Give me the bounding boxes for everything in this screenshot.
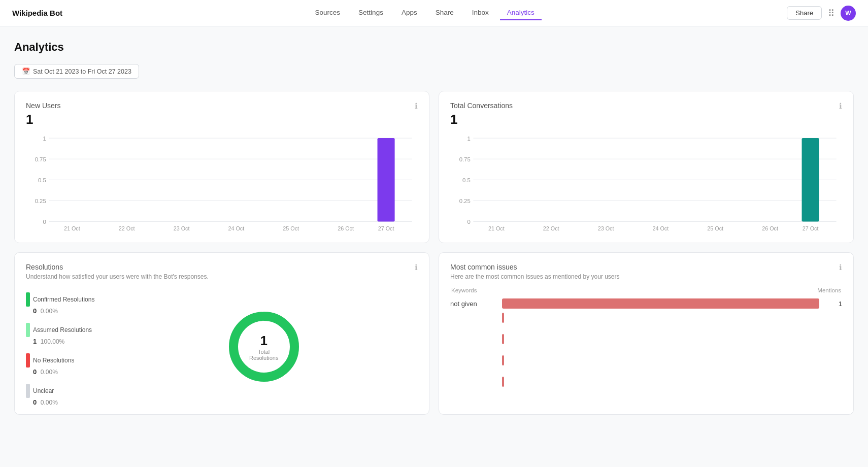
issue-stub-bar-wrap-2 [502, 334, 826, 344]
nav-inbox[interactable]: Inbox [465, 6, 496, 20]
confirmed-val: 0 0.00% [33, 307, 94, 315]
no-res-val: 0 0.00% [33, 368, 94, 376]
unclear-dot [26, 384, 30, 398]
topnav: Wikipedia Bot Sources Settings Apps Shar… [0, 0, 868, 26]
donut-chart: 1 Total Resolutions [223, 306, 305, 387]
new-users-title: New Users [26, 102, 60, 110]
nav-sources[interactable]: Sources [308, 6, 348, 20]
res-title: Resolutions [26, 263, 63, 271]
issue-stub-bar-1 [502, 313, 504, 323]
issue-stub-bar-2 [502, 334, 504, 344]
svg-text:22 Oct: 22 Oct [543, 225, 559, 231]
resolutions-card: Resolutions ℹ Understand how satisfied y… [14, 252, 429, 415]
svg-text:0.25: 0.25 [35, 198, 46, 204]
new-users-chart: 1 0.75 0.5 0.25 0 21 Oct 22 Oct 23 Oct 2… [26, 132, 418, 234]
res-legend: Confirmed Resolutions 0 0.00% Assumed Re… [26, 292, 94, 406]
svg-text:22 Oct: 22 Oct [119, 225, 135, 231]
issue-stub-bar-3 [502, 355, 504, 365]
unclear-label: Unclear [33, 387, 54, 394]
svg-text:0.75: 0.75 [459, 156, 471, 162]
svg-text:24 Oct: 24 Oct [653, 225, 669, 231]
svg-text:21 Oct: 21 Oct [488, 225, 505, 231]
assumed-label: Assumed Resolutions [33, 326, 92, 333]
avatar[interactable]: W [841, 6, 856, 21]
issue-row-0: not given 1 [450, 298, 842, 309]
issue-stub-bar-wrap-4 [502, 377, 826, 387]
svg-text:0: 0 [43, 219, 46, 225]
donut-label: 1 Total Resolutions [244, 333, 284, 361]
legend-unclear: Unclear 0 0.00% [26, 384, 94, 406]
nav-links: Sources Settings Apps Share Inbox Analyt… [308, 6, 542, 20]
legend-assumed: Assumed Resolutions 1 100.00% [26, 323, 94, 345]
total-conv-chart: 1 0.75 0.5 0.25 0 21 Oct 22 Oct 23 Oct 2… [450, 132, 842, 234]
issues-table: Keywords Mentions not given 1 [450, 287, 842, 391]
issues-table-header: Keywords Mentions [450, 287, 842, 293]
issue-stub-bar-wrap-3 [502, 355, 826, 365]
total-conv-title: Total Conversations [450, 102, 513, 110]
res-header: Resolutions ℹ [26, 263, 418, 272]
issue-keyword-0: not given [450, 300, 496, 308]
cards-grid: New Users ℹ 1 1 0.75 0.5 0.25 0 [14, 91, 854, 415]
donut-number: 1 [244, 333, 284, 349]
assumed-dot [26, 323, 30, 337]
svg-text:27 Oct: 27 Oct [803, 225, 819, 231]
no-res-label: No Resolutions [33, 357, 74, 364]
res-body: Confirmed Resolutions 0 0.00% Assumed Re… [26, 287, 418, 406]
svg-text:0.5: 0.5 [462, 177, 471, 183]
res-subtitle: Understand how satisfied your users were… [26, 273, 418, 280]
issue-stub-row-2 [450, 334, 842, 344]
stub-rows [450, 313, 842, 391]
issue-bar-0 [502, 298, 819, 309]
new-users-header: New Users ℹ [26, 102, 418, 111]
svg-text:25 Oct: 25 Oct [283, 225, 299, 231]
total-conversations-card: Total Conversations ℹ 1 1 0.75 0.5 0.25 [439, 91, 854, 243]
mentions-header: Mentions [817, 287, 841, 293]
issue-count-0: 1 [832, 300, 842, 308]
svg-text:21 Oct: 21 Oct [64, 225, 80, 231]
issues-subtitle: Here are the most common issues as menti… [450, 273, 842, 280]
new-users-info-icon[interactable]: ℹ [415, 102, 418, 111]
issues-header: Most common issues ℹ [450, 263, 842, 272]
donut-sublabel: Total Resolutions [244, 349, 284, 361]
svg-text:0.25: 0.25 [459, 198, 471, 204]
nav-settings[interactable]: Settings [351, 6, 390, 20]
nav-analytics[interactable]: Analytics [500, 6, 542, 20]
issue-stub-row-3 [450, 355, 842, 365]
confirmed-dot [26, 292, 30, 307]
share-button[interactable]: Share [787, 6, 822, 20]
brand-name: Wikipedia Bot [12, 9, 62, 17]
svg-rect-28 [802, 138, 819, 221]
keywords-header: Keywords [451, 287, 477, 293]
new-users-card: New Users ℹ 1 1 0.75 0.5 0.25 0 [14, 91, 429, 243]
total-conv-info-icon[interactable]: ℹ [839, 102, 842, 111]
svg-text:27 Oct: 27 Oct [378, 225, 394, 231]
svg-text:23 Oct: 23 Oct [174, 225, 190, 231]
legend-no-res: No Resolutions 0 0.00% [26, 353, 94, 376]
total-conv-header: Total Conversations ℹ [450, 102, 842, 111]
donut-wrap: 1 Total Resolutions [110, 306, 418, 387]
apps-icon[interactable]: ⠿ [828, 8, 834, 19]
issues-info-icon[interactable]: ℹ [839, 263, 842, 272]
nav-right: Share ⠿ W [787, 6, 856, 21]
nav-share[interactable]: Share [428, 6, 461, 20]
total-conv-svg: 1 0.75 0.5 0.25 0 21 Oct 22 Oct 23 Oct 2… [450, 132, 842, 234]
svg-text:24 Oct: 24 Oct [228, 225, 245, 231]
new-users-svg: 1 0.75 0.5 0.25 0 21 Oct 22 Oct 23 Oct 2… [26, 132, 418, 234]
issue-stub-bar-4 [502, 377, 504, 387]
nav-apps[interactable]: Apps [394, 6, 424, 20]
svg-text:0: 0 [467, 219, 470, 225]
most-common-issues-card: Most common issues ℹ Here are the most c… [439, 252, 854, 415]
svg-text:1: 1 [467, 136, 470, 142]
issues-title: Most common issues [450, 263, 517, 271]
page-title: Analytics [14, 41, 854, 54]
svg-text:25 Oct: 25 Oct [707, 225, 723, 231]
unclear-val: 0 0.00% [33, 398, 94, 406]
confirmed-label: Confirmed Resolutions [33, 296, 94, 303]
total-conv-value: 1 [450, 112, 842, 127]
res-info-icon[interactable]: ℹ [415, 263, 418, 272]
date-filter[interactable]: 📅 Sat Oct 21 2023 to Fri Oct 27 2023 [14, 64, 139, 79]
date-range-label: Sat Oct 21 2023 to Fri Oct 27 2023 [33, 68, 131, 75]
issue-stub-row-1 [450, 313, 842, 323]
issue-stub-row-4 [450, 377, 842, 387]
calendar-icon: 📅 [22, 68, 30, 75]
